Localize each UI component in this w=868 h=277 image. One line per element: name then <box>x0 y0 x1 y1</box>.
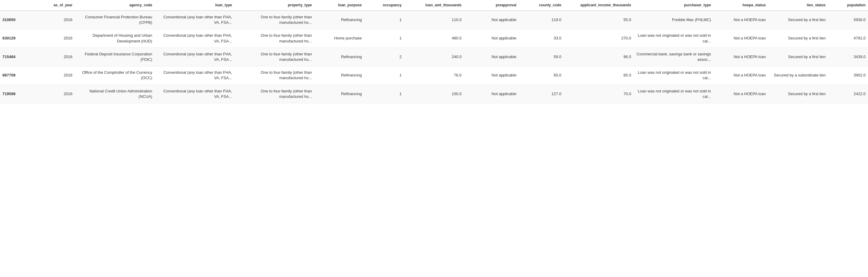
cell-index: 310650 <box>0 10 40 29</box>
column-header-loan_amt_thousands: loan_amt_thousands <box>404 0 464 10</box>
cell-loan_amt_thousands: 100.0 <box>404 85 464 103</box>
cell-hoepa_status: Not a HOEPA loan <box>713 10 768 29</box>
cell-preapproval: Not applicable <box>464 10 519 29</box>
column-header-lien_status: lien_status <box>768 0 828 10</box>
cell-lien_status: Secured by a first lien <box>768 48 828 66</box>
column-header-population: population <box>828 0 868 10</box>
cell-agency_code: Department of Housing and Urban Developm… <box>75 29 155 48</box>
cell-agency_code: National Credit Union Administration (NC… <box>75 85 155 103</box>
cell-index: 715484 <box>0 48 40 66</box>
cell-applicant_income_thousands: 96.0 <box>564 48 633 66</box>
cell-loan_purpose: Refinancing <box>314 48 364 66</box>
cell-county_code: 127.0 <box>519 85 564 103</box>
cell-lien_status: Secured by a first lien <box>768 85 828 103</box>
data-table-wrapper: as_of_yearagency_codeloan_typeproperty_t… <box>0 0 868 103</box>
cell-preapproval: Not applicable <box>464 29 519 48</box>
column-header-hoepa_status: hoepa_status <box>713 0 768 10</box>
column-header-agency_code: agency_code <box>75 0 155 10</box>
cell-lien_status: Secured by a first lien <box>768 29 828 48</box>
cell-loan_amt_thousands: 240.0 <box>404 48 464 66</box>
cell-population: 3439.0 <box>828 48 868 66</box>
cell-county_code: 59.0 <box>519 48 564 66</box>
cell-loan_type: Conventional (any loan other than FHA, V… <box>155 85 235 103</box>
column-header-property_type: property_type <box>235 0 314 10</box>
cell-loan_purpose: Home purchase <box>314 29 364 48</box>
cell-preapproval: Not applicable <box>464 48 519 66</box>
table-row: 6301292016Department of Housing and Urba… <box>0 29 868 48</box>
cell-index: 630129 <box>0 29 40 48</box>
cell-hoepa_status: Not a HOEPA loan <box>713 85 768 103</box>
cell-as_of_year: 2016 <box>40 48 75 66</box>
cell-occupancy: 1 <box>364 85 404 103</box>
cell-as_of_year: 2016 <box>40 10 75 29</box>
cell-property_type: One to four-family (other than manufactu… <box>235 29 314 48</box>
cell-population: 2422.0 <box>828 85 868 103</box>
cell-applicant_income_thousands: 70.0 <box>564 85 633 103</box>
cell-applicant_income_thousands: 85.0 <box>564 66 633 85</box>
cell-property_type: One to four-family (other than manufactu… <box>235 66 314 85</box>
cell-loan_amt_thousands: 480.0 <box>404 29 464 48</box>
cell-loan_purpose: Refinancing <box>314 85 364 103</box>
cell-applicant_income_thousands: 55.0 <box>564 10 633 29</box>
cell-applicant_income_thousands: 270.0 <box>564 29 633 48</box>
cell-property_type: One to four-family (other than manufactu… <box>235 48 314 66</box>
cell-lien_status: Secured by a first lien <box>768 10 828 29</box>
cell-county_code: 33.0 <box>519 29 564 48</box>
cell-as_of_year: 2016 <box>40 66 75 85</box>
cell-hoepa_status: Not a HOEPA loan <box>713 29 768 48</box>
cell-population: 4791.0 <box>828 29 868 48</box>
column-header-preapproval: preapproval <box>464 0 519 10</box>
data-table: as_of_yearagency_codeloan_typeproperty_t… <box>0 0 868 103</box>
cell-loan_purpose: Refinancing <box>314 10 364 29</box>
cell-hoepa_status: Not a HOEPA loan <box>713 66 768 85</box>
cell-preapproval: Not applicable <box>464 85 519 103</box>
cell-index: 887708 <box>0 66 40 85</box>
column-header-as_of_year: as_of_year <box>40 0 75 10</box>
column-header-county_code: county_code <box>519 0 564 10</box>
cell-as_of_year: 2016 <box>40 85 75 103</box>
cell-purchaser_type: Commercial bank, savings bank or savings… <box>633 48 713 66</box>
cell-loan_amt_thousands: 76.0 <box>404 66 464 85</box>
cell-county_code: 65.0 <box>519 66 564 85</box>
column-header-loan_purpose: loan_purpose <box>314 0 364 10</box>
cell-as_of_year: 2016 <box>40 29 75 48</box>
cell-agency_code: Office of the Comptroller of the Currenc… <box>75 66 155 85</box>
cell-purchaser_type: Loan was not originated or was not sold … <box>633 66 713 85</box>
cell-occupancy: 1 <box>364 29 404 48</box>
table-row: 3106502016Consumer Financial Protection … <box>0 10 868 29</box>
cell-hoepa_status: Not a HOEPA loan <box>713 48 768 66</box>
cell-agency_code: Federal Deposit Insurance Corporation (F… <box>75 48 155 66</box>
cell-loan_purpose: Refinancing <box>314 66 364 85</box>
cell-property_type: One to four-family (other than manufactu… <box>235 85 314 103</box>
cell-property_type: One to four-family (other than manufactu… <box>235 10 314 29</box>
table-header-row: as_of_yearagency_codeloan_typeproperty_t… <box>0 0 868 10</box>
cell-loan_amt_thousands: 110.0 <box>404 10 464 29</box>
cell-occupancy: 2 <box>364 48 404 66</box>
table-row: 7154842016Federal Deposit Insurance Corp… <box>0 48 868 66</box>
cell-population: 5930.0 <box>828 10 868 29</box>
table-row: 8877082016Office of the Comptroller of t… <box>0 66 868 85</box>
cell-loan_type: Conventional (any loan other than FHA, V… <box>155 10 235 29</box>
column-header-occupancy: occupancy <box>364 0 404 10</box>
cell-purchaser_type: Loan was not originated or was not sold … <box>633 85 713 103</box>
cell-loan_type: Conventional (any loan other than FHA, V… <box>155 48 235 66</box>
column-header-purchaser_type: purchaser_type <box>633 0 713 10</box>
cell-occupancy: 1 <box>364 66 404 85</box>
cell-loan_type: Conventional (any loan other than FHA, V… <box>155 29 235 48</box>
cell-loan_type: Conventional (any loan other than FHA, V… <box>155 66 235 85</box>
cell-lien_status: Secured by a subordinate lien <box>768 66 828 85</box>
cell-agency_code: Consumer Financial Protection Bureau (CF… <box>75 10 155 29</box>
column-header-index <box>0 0 40 10</box>
cell-purchaser_type: Freddie Mac (FHLMC) <box>633 10 713 29</box>
cell-occupancy: 1 <box>364 10 404 29</box>
table-row: 7195982016National Credit Union Administ… <box>0 85 868 103</box>
cell-county_code: 119.0 <box>519 10 564 29</box>
column-header-loan_type: loan_type <box>155 0 235 10</box>
cell-index: 719598 <box>0 85 40 103</box>
cell-population: 3952.0 <box>828 66 868 85</box>
cell-preapproval: Not applicable <box>464 66 519 85</box>
column-header-applicant_income_thousands: applicant_income_thousands <box>564 0 633 10</box>
cell-purchaser_type: Loan was not originated or was not sold … <box>633 29 713 48</box>
